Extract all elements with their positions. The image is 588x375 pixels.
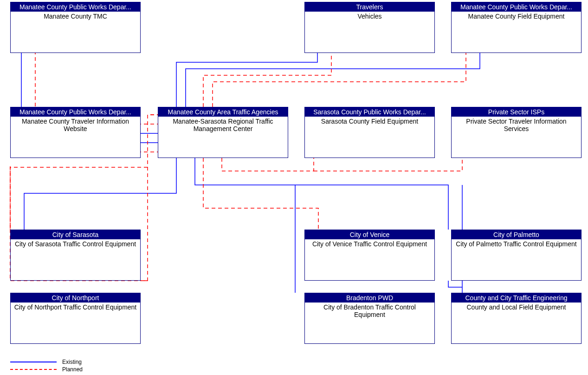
legend-line-existing-icon (10, 362, 57, 362)
legend-existing-label: Existing (62, 359, 82, 365)
node-bradenton-traffic-control[interactable]: Bradenton PWD City of Bradenton Traffic … (304, 293, 435, 344)
node-title: Travelers (305, 2, 434, 12)
node-subtitle: Vehicles (305, 12, 434, 21)
node-venice-traffic-control[interactable]: City of Venice City of Venice Traffic Co… (304, 230, 435, 281)
node-title: Manatee County Area Traffic Agencies (158, 107, 288, 117)
node-subtitle: Manatee County Field Equipment (452, 12, 581, 21)
node-title: Manatee County Public Works Depar... (11, 107, 140, 117)
node-subtitle: City of Palmetto Traffic Control Equipme… (452, 239, 581, 249)
node-subtitle: Manatee-Sarasota Regional Traffic Manage… (158, 117, 288, 133)
node-title: City of Northport (11, 293, 140, 303)
node-manatee-sarasota-center[interactable]: Manatee County Area Traffic Agencies Man… (158, 107, 288, 158)
legend-planned: Planned (10, 366, 83, 373)
node-subtitle: City of Bradenton Traffic Control Equipm… (305, 303, 434, 319)
legend-existing: Existing (10, 359, 82, 365)
legend-planned-label: Planned (62, 366, 83, 373)
node-subtitle: Private Sector Traveler Information Serv… (452, 117, 581, 133)
node-palmetto-traffic-control[interactable]: City of Palmetto City of Palmetto Traffi… (451, 230, 582, 281)
node-title: Manatee County Public Works Depar... (452, 2, 581, 12)
node-title: City of Palmetto (452, 230, 581, 239)
node-manatee-traveler-info[interactable]: Manatee County Public Works Depar... Man… (10, 107, 141, 158)
node-title: County and City Traffic Engineering (452, 293, 581, 303)
node-private-isps[interactable]: Private Sector ISPs Private Sector Trave… (451, 107, 582, 158)
node-title: City of Venice (305, 230, 434, 239)
node-manatee-field-equipment[interactable]: Manatee County Public Works Depar... Man… (451, 2, 582, 53)
node-county-local-field[interactable]: County and City Traffic Engineering Coun… (451, 293, 582, 344)
node-subtitle: County and Local Field Equipment (452, 303, 581, 312)
node-subtitle: Sarasota County Field Equipment (305, 117, 434, 126)
node-subtitle: Manatee County TMC (11, 12, 140, 21)
node-title: Manatee County Public Works Depar... (11, 2, 140, 12)
diagram-canvas: Manatee County Public Works Depar... Man… (0, 0, 588, 375)
node-northport-traffic-control[interactable]: City of Northport City of Northport Traf… (10, 293, 141, 344)
legend-line-planned-icon (10, 369, 57, 370)
node-title: Bradenton PWD (305, 293, 434, 303)
node-subtitle: City of Sarasota Traffic Control Equipme… (11, 239, 140, 249)
node-subtitle: City of Venice Traffic Control Equipment (305, 239, 434, 249)
node-title: Private Sector ISPs (452, 107, 581, 117)
node-vehicles[interactable]: Travelers Vehicles (304, 2, 435, 53)
node-subtitle: City of Northport Traffic Control Equipm… (11, 303, 140, 312)
node-title: City of Sarasota (11, 230, 140, 239)
node-subtitle: Manatee County Traveler Information Webs… (11, 117, 140, 133)
node-sarasota-traffic-control[interactable]: City of Sarasota City of Sarasota Traffi… (10, 230, 141, 281)
node-manatee-tmc[interactable]: Manatee County Public Works Depar... Man… (10, 2, 141, 53)
node-sarasota-field-equipment[interactable]: Sarasota County Public Works Depar... Sa… (304, 107, 435, 158)
node-title: Sarasota County Public Works Depar... (305, 107, 434, 117)
